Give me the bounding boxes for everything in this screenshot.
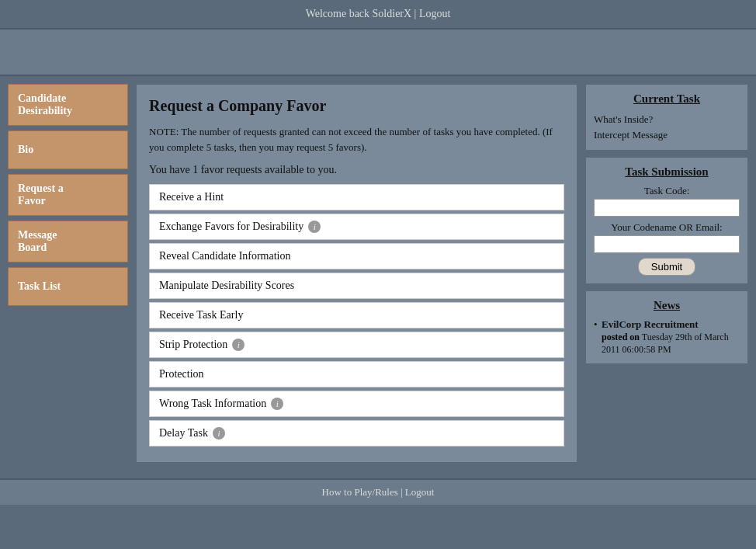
info-icon-exchange-favors[interactable]: i bbox=[308, 221, 321, 233]
sidebar-item-candidate-desirability[interactable]: Candidate Desirability bbox=[8, 84, 128, 126]
task-submission-title: Task Submission bbox=[594, 165, 740, 179]
available-text: You have 1 favor requests available to y… bbox=[149, 164, 564, 176]
news-title: News bbox=[594, 299, 740, 312]
favor-reveal-candidate[interactable]: Reveal Candidate Information bbox=[149, 243, 564, 269]
sidebar-item-request-a-favor[interactable]: Request a Favor bbox=[8, 174, 128, 216]
favor-strip-protection[interactable]: Strip Protection i bbox=[149, 332, 564, 358]
header: Welcome back SoldierX | Logout bbox=[0, 0, 756, 30]
favor-receive-a-hint[interactable]: Receive a Hint bbox=[149, 184, 564, 210]
banner bbox=[0, 30, 756, 76]
news-item-title: EvilCorp Recruitment bbox=[602, 318, 699, 330]
task-code-input[interactable] bbox=[594, 199, 740, 217]
news-panel: News EvilCorp Recruitment posted on Tues… bbox=[585, 290, 748, 364]
current-task-panel: Current Task What's Inside? Intercept Me… bbox=[585, 84, 748, 151]
favor-receive-task-early[interactable]: Receive Task Early bbox=[149, 302, 564, 328]
footer: How to Play/Rules | Logout bbox=[0, 478, 756, 505]
current-task-whats-inside: What's Inside? Intercept Message bbox=[594, 112, 740, 142]
right-panel: Current Task What's Inside? Intercept Me… bbox=[585, 84, 748, 463]
favor-protection[interactable]: Protection bbox=[149, 361, 564, 387]
codename-input[interactable] bbox=[594, 235, 740, 253]
submit-button[interactable]: Submit bbox=[638, 258, 695, 276]
header-text: Welcome back SoldierX | Logout bbox=[306, 8, 451, 19]
news-item-date: posted on Tuesday 29th of March 2011 06:… bbox=[602, 332, 729, 355]
codename-label: Your Codename OR Email: bbox=[594, 221, 740, 234]
sidebar-item-message-board[interactable]: Message Board bbox=[8, 221, 128, 262]
info-icon-wrong-task-information[interactable]: i bbox=[271, 398, 283, 410]
content-note: NOTE: The number of requests granted can… bbox=[149, 124, 564, 155]
favor-manipulate-desirability[interactable]: Manipulate Desirability Scores bbox=[149, 273, 564, 299]
info-icon-delay-task[interactable]: i bbox=[213, 427, 225, 440]
favor-delay-task[interactable]: Delay Task i bbox=[149, 420, 564, 446]
sidebar-item-bio[interactable]: Bio bbox=[8, 130, 128, 169]
sidebar: Candidate Desirability Bio Request a Fav… bbox=[8, 84, 128, 463]
task-submission-panel: Task Submission Task Code: Your Codename… bbox=[585, 157, 748, 284]
favor-exchange-favors[interactable]: Exchange Favors for Desirability i bbox=[149, 214, 564, 240]
content-title: Request a Company Favor bbox=[149, 97, 564, 115]
current-task-title: Current Task bbox=[594, 92, 740, 106]
main-layout: Candidate Desirability Bio Request a Fav… bbox=[0, 76, 756, 471]
content-area: Request a Company Favor NOTE: The number… bbox=[136, 84, 577, 463]
sidebar-item-task-list[interactable]: Task List bbox=[8, 267, 128, 306]
task-submission-form: Task Code: Your Codename OR Email: Submi… bbox=[594, 185, 740, 276]
favor-wrong-task-information[interactable]: Wrong Task Information i bbox=[149, 391, 564, 417]
news-item: EvilCorp Recruitment posted on Tuesday 2… bbox=[594, 318, 740, 356]
info-icon-strip-protection[interactable]: i bbox=[232, 339, 244, 351]
task-code-label: Task Code: bbox=[594, 185, 740, 197]
footer-text: How to Play/Rules | Logout bbox=[322, 486, 435, 498]
